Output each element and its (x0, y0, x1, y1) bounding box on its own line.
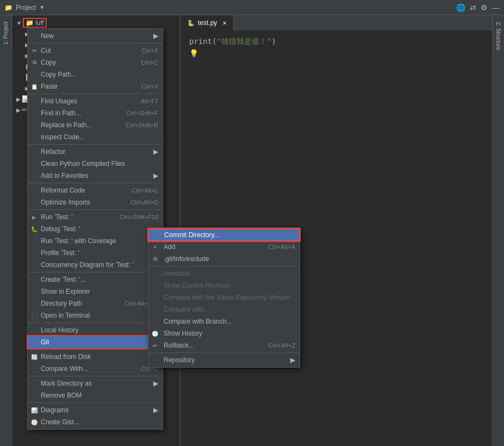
menu-item-debug-test[interactable]: 🐛 Debug 'Test: ' (28, 223, 163, 235)
local-history-label: Local History (41, 326, 78, 334)
menu-item-concurrency[interactable]: Concurrency Diagram for 'Test: ' (28, 259, 163, 271)
code-paren-close: ) (271, 37, 276, 46)
compare-same-repo-label: Compare with the Same Repository Version (164, 294, 290, 301)
globe-icon[interactable]: 🌐 (456, 3, 465, 12)
menu-item-show-history[interactable]: 🕐 Show History (148, 327, 300, 339)
profile-test-label: Profile 'Test: ' (41, 249, 79, 257)
menu-item-commit-directory[interactable]: Commit Directory... (148, 229, 300, 241)
separator-2 (28, 94, 163, 94)
menu-item-paste[interactable]: 📋 Paste Ctrl+V (28, 80, 163, 92)
menu-item-git[interactable]: Git ▶ (28, 336, 163, 348)
top-bar-title: 📁 Project ▼ (4, 4, 45, 11)
inspect-code-label: Inspect Code... (41, 133, 85, 141)
minimize-icon[interactable]: — (492, 3, 500, 12)
remove-bom-label: Remove BOM (41, 392, 82, 399)
menu-item-inspect-code[interactable]: Inspect Code... (28, 131, 163, 143)
separator-5 (28, 209, 163, 210)
menu-item-find-usages[interactable]: Find Usages Alt+F7 (28, 95, 163, 107)
folder-icon: 📁 (26, 19, 34, 27)
run-test-label: Run 'Test: ' (41, 213, 73, 221)
project-panel: ▼ 📁 luff ▶ 📁 d... ▶ 📁 lo... ▶ 📁 lu... (12, 15, 181, 446)
add-label: Add (164, 243, 175, 251)
context-menu: New ▶ ✂ Cut Ctrl+X ⧉ Copy Ctrl+C Copy Pa… (27, 28, 163, 430)
menu-item-add[interactable]: + Add Ctrl+Alt+A (148, 241, 300, 253)
menu-item-repository[interactable]: Repository ▶ (148, 354, 300, 366)
annotate-label: Annotate (164, 270, 190, 277)
menu-item-gitinfo-exclude[interactable]: ⧉ .git/info/exclude (148, 253, 300, 265)
menu-item-reload-disk[interactable]: 🔄 Reload from Disk (28, 351, 163, 363)
menu-item-create-test[interactable]: Create 'Test: '... (28, 274, 163, 286)
menu-item-diagrams[interactable]: 📊 Diagrams ▶ (28, 404, 163, 416)
concurrency-label: Concurrency Diagram for 'Test: ' (41, 261, 134, 269)
separator-4 (28, 183, 163, 183)
menu-item-refactor[interactable]: Refactor ▶ (28, 146, 163, 158)
menu-item-create-gist[interactable]: ⚪ Create Gist... (28, 416, 163, 428)
menu-item-profile-test[interactable]: Profile 'Test: ' (28, 247, 163, 259)
compare-branch-label: Compare with Branch... (164, 318, 232, 325)
right-sidebar[interactable]: Z: Structure (492, 15, 504, 446)
create-gist-label: Create Gist... (41, 418, 79, 426)
diagrams-label: Diagrams (41, 406, 69, 414)
run-icon: ▶ (30, 214, 39, 220)
separator-6 (28, 272, 163, 272)
project-panel-label: 1: Project (3, 22, 9, 45)
editor-tab-testpy[interactable]: 🐍 test.py ✕ (181, 15, 234, 30)
rollback-label: Rollback... (164, 342, 194, 349)
separator-10 (28, 402, 163, 403)
menu-item-reformat-code[interactable]: Reformat Code Ctrl+Alt+L (28, 184, 163, 196)
tree-item-luff[interactable]: ▼ 📁 luff (12, 17, 180, 28)
gitinfo-icon: ⧉ (151, 256, 159, 262)
tree-label-luff: luff (35, 19, 44, 27)
menu-item-run-coverage[interactable]: Run 'Test: ' with Coverage (28, 235, 163, 247)
clean-python-label: Clean Python Compiled Files (41, 160, 125, 168)
menu-item-local-history[interactable]: Local History ▶ (28, 324, 163, 336)
menu-item-mark-directory[interactable]: Mark Directory as ▶ (28, 377, 163, 389)
menu-item-copy-path[interactable]: Copy Path... (28, 69, 163, 80)
menu-item-copy[interactable]: ⧉ Copy Ctrl+C (28, 57, 163, 69)
find-in-path-label: Find in Path... (41, 109, 81, 117)
separator-9 (28, 376, 163, 376)
menu-item-clean-python[interactable]: Clean Python Compiled Files (28, 158, 163, 170)
debug-test-label: Debug 'Test: ' (41, 225, 80, 233)
project-icon: 📁 (4, 4, 13, 11)
separator-3 (28, 144, 163, 145)
left-sidebar-strip[interactable]: 1: Project (0, 15, 12, 446)
menu-item-find-in-path[interactable]: Find in Path... Ctrl+Shift+F (28, 107, 163, 119)
code-line-1: print("猜猜我是谁！") (189, 37, 483, 47)
menu-item-compare-with[interactable]: Compare With... Ctrl+D (28, 363, 163, 375)
menu-item-compare-branch[interactable]: Compare with Branch... (148, 315, 300, 327)
run-test-shortcut: Ctrl+Shift+F10 (120, 214, 158, 220)
menu-item-rollback[interactable]: ↩ Rollback... Ctrl+Alt+Z (148, 339, 300, 351)
transfer-icon[interactable]: ⇄ (470, 3, 476, 12)
menu-item-optimize-imports[interactable]: Optimize Imports Ctrl+Alt+O (28, 196, 163, 208)
menu-item-directory-path[interactable]: Directory Path Ctrl+Alt+F12 (28, 298, 163, 309)
gear-icon[interactable]: ⚙ (481, 3, 488, 12)
menu-item-add-to-favorites[interactable]: Add to Favorites ▶ (28, 170, 163, 182)
menu-item-cut[interactable]: ✂ Cut Ctrl+X (28, 45, 163, 57)
replace-in-path-shortcut: Ctrl+Shift+R (126, 122, 158, 128)
reload-disk-label: Reload from Disk (41, 353, 91, 361)
menu-item-annotate: Annotate (148, 268, 300, 280)
structure-panel-label: Z: Structure (495, 22, 501, 50)
rollback-icon: ↩ (151, 343, 159, 349)
create-test-label: Create 'Test: '... (41, 276, 86, 283)
compare-with-label: Compare With... (41, 365, 88, 373)
menu-item-replace-in-path[interactable]: Replace in Path... Ctrl+Shift+R (28, 119, 163, 131)
cut-shortcut: Ctrl+X (141, 47, 158, 54)
menu-item-run-test[interactable]: ▶ Run 'Test: ' Ctrl+Shift+F10 (28, 211, 163, 223)
open-terminal-label: Open in Terminal (41, 312, 90, 319)
compare-with-sub-label: Compare with... (164, 306, 209, 313)
copy-shortcut: Ctrl+C (141, 59, 158, 66)
menu-item-new[interactable]: New ▶ (28, 30, 163, 42)
optimize-imports-label: Optimize Imports (41, 199, 90, 206)
menu-item-open-terminal[interactable]: ⬛ Open in Terminal (28, 309, 163, 321)
find-usages-label: Find Usages (41, 97, 77, 105)
refactor-label: Refactor (41, 148, 65, 156)
scratches-icon: ✏ (22, 106, 27, 114)
close-icon[interactable]: ✕ (222, 20, 227, 26)
menu-item-show-explorer[interactable]: Show in Explorer (28, 286, 163, 298)
optimize-shortcut: Ctrl+Alt+O (130, 199, 158, 206)
gitinfo-exclude-label: .git/info/exclude (164, 255, 209, 263)
separator-8 (28, 349, 163, 350)
menu-item-remove-bom[interactable]: Remove BOM (28, 389, 163, 401)
